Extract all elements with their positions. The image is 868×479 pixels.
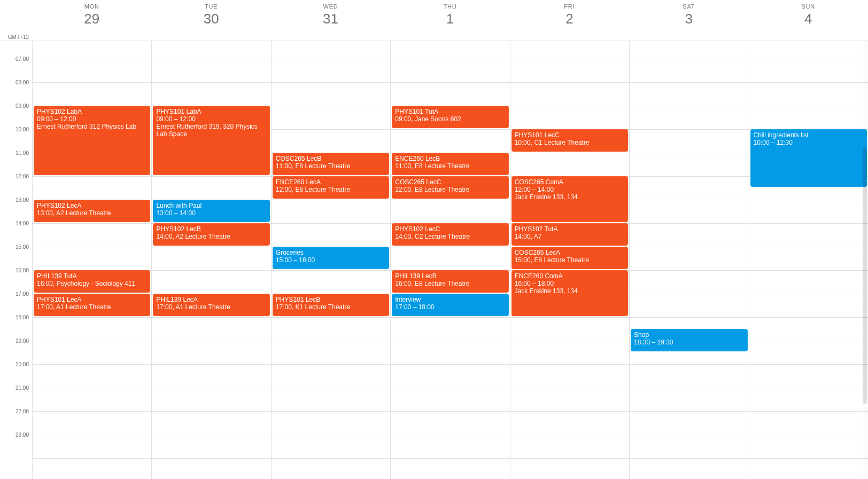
- event-subtitle: 12:00, E8 Lecture Theatre: [276, 186, 386, 193]
- event-subtitle: 18:30 – 19:30: [634, 339, 744, 346]
- calendar-event[interactable]: PHYS102 LecA13:00, A2 Lecture Theatre: [34, 200, 150, 222]
- day-number[interactable]: 31: [271, 11, 390, 27]
- calendar-event[interactable]: ENCE260 LecB11:00, E8 Lecture Theatre: [392, 153, 508, 175]
- hour-label: 15:00: [15, 244, 29, 250]
- event-subtitle: 17:00, A1 Lecture Theatre: [37, 303, 147, 311]
- day-header[interactable]: MON29: [32, 0, 151, 40]
- calendar-event[interactable]: COSC265 LecC12:00, E8 Lecture Theatre: [392, 176, 508, 199]
- calendar-event[interactable]: COSC265 LecA15:00, E8 Lecture Theatre: [511, 247, 628, 269]
- event-subtitle: 14:00, A2 Lecture Theatre: [156, 233, 266, 240]
- hour-label: 22:00: [15, 409, 29, 414]
- event-subtitle: 16:00, Psychology - Sociology 411: [37, 280, 147, 287]
- day-of-week-label: TUE: [151, 3, 270, 10]
- calendar-event[interactable]: PHYS101 LecA17:00, A1 Lecture Theatre: [34, 294, 150, 316]
- calendar-event[interactable]: COSC265 ComA12:00 – 14:00 Jack Erskine 1…: [511, 176, 628, 222]
- event-title: PHYS101 LecA: [37, 296, 147, 303]
- day-header[interactable]: THU1: [390, 0, 509, 40]
- day-of-week-label: SUN: [749, 3, 868, 10]
- calendar-event[interactable]: PHYS102 TutA14:00, A7: [511, 223, 628, 246]
- calendar-event[interactable]: PHYS101 LabA09:00 – 12:00 Ernest Rutherf…: [153, 106, 269, 175]
- event-subtitle: 15:00 – 16:00: [276, 256, 386, 264]
- calendar-event[interactable]: PHYS101 TutA09:00, Jane Soons 602: [392, 106, 508, 128]
- calendar-event[interactable]: Groceries15:00 – 16:00: [273, 247, 389, 269]
- event-subtitle: 10:00, C1 Lecture Theatre: [515, 139, 625, 146]
- hour-label: 13:00: [15, 197, 29, 203]
- day-column[interactable]: Chili ingredients list10:00 – 12:30: [749, 47, 868, 479]
- calendar-event[interactable]: PHYS102 LecB14:00, A2 Lecture Theatre: [153, 223, 269, 246]
- event-subtitle: 10:00 – 12:30: [754, 139, 864, 146]
- calendar-event[interactable]: PHYS101 LecB17:00, K1 Lecture Theatre: [273, 294, 389, 316]
- day-of-week-label: WED: [271, 3, 390, 10]
- event-title: PHIL139 LecA: [156, 296, 266, 303]
- day-header[interactable]: TUE30: [151, 0, 270, 40]
- hour-label: 21:00: [15, 385, 29, 391]
- day-number[interactable]: 1: [390, 11, 509, 27]
- timezone-label: GMT+12: [8, 34, 29, 40]
- scrollbar-thumb[interactable]: [863, 147, 867, 404]
- calendar-event[interactable]: PHYS102 LabA09:00 – 12:00 Ernest Rutherf…: [34, 106, 150, 175]
- calendar-event[interactable]: PHYS101 LecC10:00, C1 Lecture Theatre: [511, 129, 628, 152]
- event-subtitle: 12:00 – 14:00 Jack Erskine 133, 134: [515, 186, 625, 201]
- event-subtitle: 15:00, E8 Lecture Theatre: [515, 256, 625, 264]
- hour-label: 10:00: [15, 127, 29, 132]
- calendar-event[interactable]: Shop18:30 – 19:30: [631, 329, 747, 351]
- calendar-event[interactable]: ENCE260 ComA16:00 – 18:00 Jack Erskine 1…: [511, 270, 628, 316]
- hours-gutter: 07:0008:0009:0010:0011:0012:0013:0014:00…: [0, 47, 32, 479]
- event-title: PHIL139 LecB: [395, 272, 505, 280]
- calendar-event[interactable]: Chili ingredients list10:00 – 12:30: [750, 129, 867, 187]
- day-column[interactable]: PHYS101 LecC10:00, C1 Lecture TheatreCOS…: [510, 47, 629, 479]
- calendar-event[interactable]: ENCE260 LecA12:00, E8 Lecture Theatre: [273, 176, 389, 199]
- day-header[interactable]: SUN4: [749, 0, 868, 40]
- calendar-event[interactable]: Interview17:00 – 18:00: [392, 294, 508, 316]
- event-title: ENCE260 ComA: [515, 272, 625, 280]
- day-of-week-label: MON: [32, 3, 151, 10]
- event-title: ENCE260 LecB: [395, 155, 505, 162]
- hour-label: 12:00: [15, 174, 29, 179]
- day-header[interactable]: SAT3: [629, 0, 748, 40]
- calendar-event[interactable]: PHIL139 LecA17:00, A1 Lecture Theatre: [153, 294, 269, 316]
- day-number[interactable]: 2: [510, 11, 629, 27]
- calendar-event[interactable]: PHIL139 LecB16:00, E8 Lecture Theatre: [392, 270, 508, 293]
- calendar-header-row: GMT+12 MON29TUE30WED31THU1FRI2SAT3SUN4: [0, 0, 868, 41]
- day-number[interactable]: 3: [629, 11, 748, 27]
- event-title: Chili ingredients list: [754, 131, 864, 139]
- event-title: COSC265 LecC: [395, 178, 505, 186]
- event-subtitle: 09:00 – 12:00 Ernest Rutherford 319, 320…: [156, 115, 266, 138]
- event-subtitle: 16:00, E8 Lecture Theatre: [395, 280, 505, 287]
- day-header[interactable]: WED31: [271, 0, 390, 40]
- calendar-body: 07:0008:0009:0010:0011:0012:0013:0014:00…: [0, 47, 868, 479]
- hour-label: 16:00: [15, 268, 29, 273]
- day-column[interactable]: PHYS102 LabA09:00 – 12:00 Ernest Rutherf…: [32, 47, 151, 479]
- day-column[interactable]: COSC265 LecB11:00, E8 Lecture TheatreENC…: [271, 47, 390, 479]
- calendar-event[interactable]: PHYS102 LecC14:00, C2 Lecture Theatre: [392, 223, 508, 246]
- event-title: PHYS102 LabA: [37, 108, 147, 115]
- calendar-event[interactable]: Lunch with Paul13:00 – 14:00: [153, 200, 269, 222]
- day-column[interactable]: Shop18:30 – 19:30: [629, 47, 748, 479]
- hour-label: 09:00: [15, 103, 29, 109]
- calendar-event[interactable]: PHIL139 TutA16:00, Psychology - Sociolog…: [34, 270, 150, 293]
- hour-label: 19:00: [15, 338, 29, 344]
- day-of-week-label: FRI: [510, 3, 629, 10]
- day-number[interactable]: 29: [32, 11, 151, 27]
- vertical-scrollbar[interactable]: [861, 41, 868, 479]
- calendar-event[interactable]: COSC265 LecB11:00, E8 Lecture Theatre: [273, 153, 389, 175]
- event-title: COSC265 LecB: [276, 155, 386, 162]
- day-column[interactable]: PHYS101 LabA09:00 – 12:00 Ernest Rutherf…: [151, 47, 270, 479]
- day-header[interactable]: FRI2: [510, 0, 629, 40]
- day-number[interactable]: 30: [151, 11, 270, 27]
- day-column[interactable]: PHYS101 TutA09:00, Jane Soons 602ENCE260…: [390, 47, 509, 479]
- event-title: COSC265 LecA: [515, 249, 625, 256]
- day-number[interactable]: 4: [749, 11, 868, 27]
- event-subtitle: 16:00 – 18:00 Jack Erskine 133, 134: [515, 280, 625, 295]
- hour-label: 07:00: [15, 56, 29, 62]
- hour-label: 20:00: [15, 362, 29, 367]
- timezone-gutter: GMT+12: [0, 0, 32, 40]
- event-subtitle: 17:00 – 18:00: [395, 303, 505, 311]
- event-title: PHIL139 TutA: [37, 272, 147, 280]
- event-subtitle: 09:00 – 12:00 Ernest Rutherford 312 Phys…: [37, 115, 147, 130]
- days-wrap: PHYS102 LabA09:00 – 12:00 Ernest Rutherf…: [32, 47, 868, 479]
- event-title: PHYS101 TutA: [395, 108, 505, 115]
- event-title: Lunch with Paul: [156, 202, 266, 209]
- hour-label: 18:00: [15, 315, 29, 320]
- event-title: Interview: [395, 296, 505, 303]
